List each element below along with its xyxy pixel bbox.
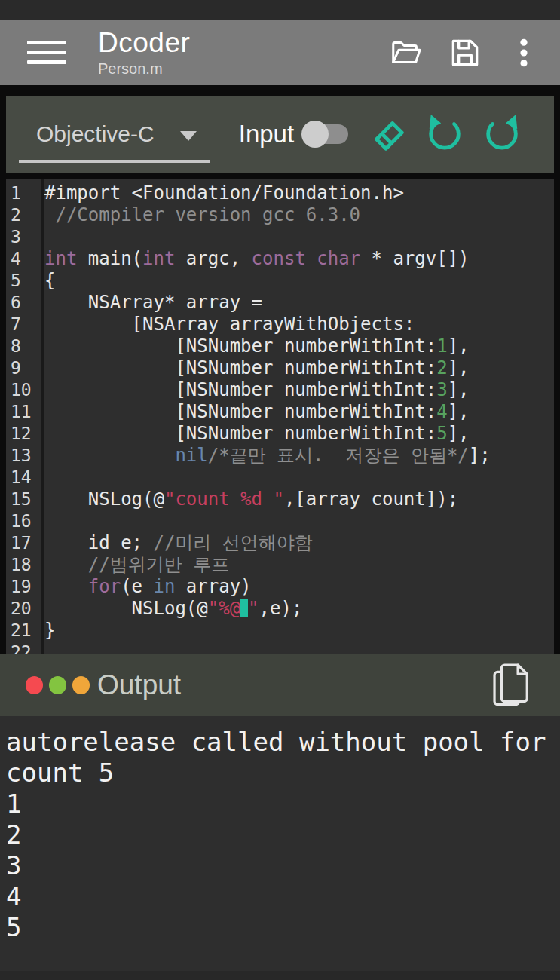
code-line[interactable]: 16 (6, 510, 554, 532)
input-toggle[interactable] (301, 121, 351, 148)
code-token: #import <Foundation/Foundation.h> (44, 182, 404, 204)
line-number: 4 (6, 248, 38, 270)
code-token: ], (448, 423, 470, 444)
output-panel-header: Output (0, 654, 560, 716)
output-console: autorelease called without pool forcount… (0, 716, 560, 980)
code-line[interactable]: 21} (6, 620, 554, 642)
code-token: [NSArray arrayWithObjects: (44, 314, 415, 335)
save-icon (445, 34, 485, 72)
save-button[interactable] (444, 32, 486, 74)
undo-icon (424, 114, 465, 155)
code-token: /*끝만 표시. 저장은 안됨*/ (208, 445, 469, 466)
code-text: NSLog(@"count %d ",[array count]); (38, 488, 554, 510)
line-number: 13 (6, 445, 38, 467)
code-token: ], (448, 335, 470, 357)
code-token: * argv[]) (360, 248, 470, 269)
code-line[interactable]: 7 [NSArray arrayWithObjects: (6, 314, 554, 335)
overflow-menu-button[interactable] (503, 32, 545, 74)
copy-icon (491, 661, 532, 709)
output-line: 5 (6, 912, 560, 943)
code-line[interactable]: 9 [NSNumber numberWithInt:2], (6, 357, 554, 379)
line-number: 8 (6, 335, 38, 357)
code-token: ], (448, 357, 470, 378)
code-token (44, 554, 88, 575)
output-line: 2 (6, 819, 560, 850)
line-number: 3 (6, 226, 38, 248)
code-line[interactable]: 2 //Compiler version gcc 6.3.0 (6, 204, 554, 226)
code-line[interactable]: 20 NSLog(@"%@",e); (6, 598, 554, 620)
code-line[interactable]: 15 NSLog(@"count %d ",[array count]); (6, 488, 554, 510)
code-text (38, 467, 554, 488)
app-bar: Dcoder Person.m (0, 20, 560, 85)
code-token: NSArray* array = (44, 292, 262, 313)
code-token: ,e); (259, 598, 303, 619)
code-line[interactable]: 3 (6, 226, 554, 248)
code-token (44, 445, 175, 466)
code-token: main( (77, 248, 142, 269)
code-token: NSLog(@ (44, 488, 164, 510)
code-line[interactable]: 14 (6, 467, 554, 488)
code-text: { (38, 270, 554, 292)
code-line[interactable]: 13 nil/*끝만 표시. 저장은 안됨*/]; (6, 445, 554, 467)
output-line: autorelease called without pool for (6, 727, 560, 758)
code-token: 4 (436, 401, 447, 422)
code-line[interactable]: 8 [NSNumber numberWithInt:1], (6, 335, 554, 357)
code-text: for(e in array) (38, 576, 554, 598)
line-number: 16 (6, 510, 38, 532)
line-number: 9 (6, 357, 38, 379)
code-text: [NSArray arrayWithObjects: (38, 314, 554, 335)
code-text: id e; //미리 선언해야함 (38, 532, 554, 554)
file-name: Person.m (98, 60, 190, 78)
orange-dot-icon (72, 676, 90, 694)
code-token: { (44, 270, 55, 291)
redo-button[interactable] (481, 113, 523, 155)
code-token: [NSNumber numberWithInt: (44, 401, 436, 422)
code-text: [NSNumber numberWithInt:4], (38, 401, 554, 423)
divider (0, 173, 560, 179)
code-token: argc, (175, 248, 251, 269)
code-token: //미리 선언해야함 (154, 532, 313, 553)
code-line[interactable]: 22 (6, 642, 554, 654)
code-line[interactable]: 18 //범위기반 루프 (6, 554, 554, 576)
copy-output-button[interactable] (489, 659, 534, 712)
dropdown-underline (19, 160, 210, 163)
code-line[interactable]: 19 for(e in array) (6, 576, 554, 598)
code-line[interactable]: 6 NSArray* array = (6, 292, 554, 314)
code-line[interactable]: 12 [NSNumber numberWithInt:5], (6, 423, 554, 445)
line-number: 20 (6, 598, 38, 620)
code-token: ], (448, 379, 470, 400)
code-line[interactable]: 5{ (6, 270, 554, 292)
code-line[interactable]: 10 [NSNumber numberWithInt:3], (6, 379, 554, 401)
input-label: Input (239, 120, 294, 149)
output-line: 1 (6, 789, 560, 819)
line-number: 18 (6, 554, 38, 576)
code-line[interactable]: 1#import <Foundation/Foundation.h> (6, 182, 554, 204)
undo-button[interactable] (424, 113, 466, 155)
green-dot-icon (49, 676, 66, 694)
code-text (38, 642, 554, 654)
code-token: nil (175, 445, 207, 466)
bottom-edge (0, 971, 560, 980)
code-text: NSLog(@"%@",e); (38, 598, 554, 620)
code-token: 1 (436, 335, 447, 357)
line-number: 2 (6, 204, 38, 226)
open-file-button[interactable] (385, 32, 427, 74)
code-text: //Compiler version gcc 6.3.0 (38, 204, 554, 226)
code-token: 3 (436, 379, 447, 400)
code-text (38, 510, 554, 532)
redo-icon (482, 114, 522, 155)
code-token: (e (121, 576, 153, 597)
code-line[interactable]: 11 [NSNumber numberWithInt:4], (6, 401, 554, 423)
code-token: 2 (436, 357, 447, 378)
line-number: 14 (6, 467, 38, 488)
text-cursor (240, 599, 248, 617)
code-editor[interactable]: 1#import <Foundation/Foundation.h>2 //Co… (0, 179, 560, 654)
code-token: for (88, 576, 121, 597)
code-token: char (317, 248, 360, 269)
code-line[interactable]: 4int main(int argc, const char * argv[]) (6, 248, 554, 270)
clear-code-button[interactable] (366, 113, 409, 155)
language-dropdown[interactable]: Objective-C (36, 121, 197, 147)
code-text: [NSNumber numberWithInt:5], (38, 423, 554, 445)
menu-icon[interactable] (27, 41, 66, 64)
code-line[interactable]: 17 id e; //미리 선언해야함 (6, 532, 554, 554)
